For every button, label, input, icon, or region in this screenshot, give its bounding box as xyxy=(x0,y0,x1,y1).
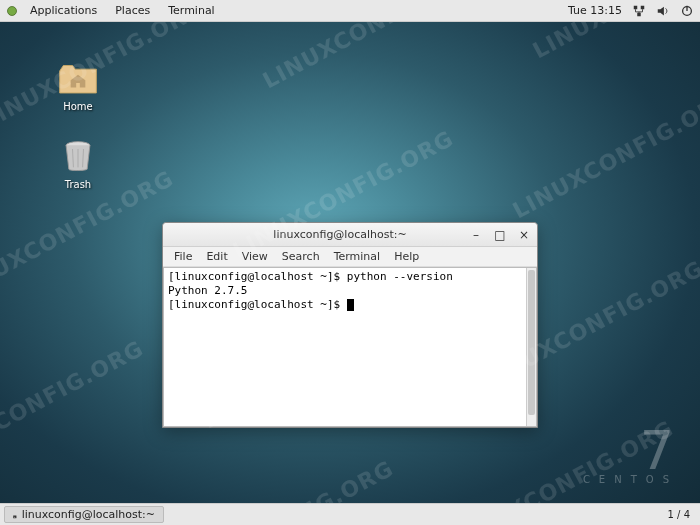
watermark-text: LINUXCONFIG.ORG xyxy=(0,336,148,474)
desktop-icon-label: Trash xyxy=(46,179,110,190)
svg-rect-2 xyxy=(641,5,645,9)
terminal-scrollbar[interactable] xyxy=(526,268,536,426)
desktop[interactable]: Home Trash 7 CENTOS linuxconfig@localhos… xyxy=(0,22,700,503)
menu-edit[interactable]: Edit xyxy=(199,248,234,265)
desktop-icon-trash[interactable]: Trash xyxy=(46,136,110,190)
terminal-icon: >_ xyxy=(13,509,17,521)
top-panel: Applications Places Terminal Tue 13:15 xyxy=(0,0,700,22)
distro-icon xyxy=(6,5,18,17)
svg-point-0 xyxy=(8,6,17,15)
taskbar-item-terminal[interactable]: >_ linuxconfig@localhost:~ xyxy=(4,506,164,523)
menu-search[interactable]: Search xyxy=(275,248,327,265)
terminal-menubar: File Edit View Search Terminal Help xyxy=(163,247,537,267)
clock[interactable]: Tue 13:15 xyxy=(568,4,622,17)
terminal-cursor xyxy=(347,299,354,311)
menu-help[interactable]: Help xyxy=(387,248,426,265)
watermark-text: LINUXCONFIG.ORG xyxy=(259,22,488,93)
menu-places[interactable]: Places xyxy=(107,1,158,20)
terminal-window[interactable]: linuxconfig@localhost:~ – □ × File Edit … xyxy=(162,222,538,428)
menu-view[interactable]: View xyxy=(235,248,275,265)
watermark-text: LINUXCONFIG.ORG xyxy=(529,22,700,63)
distro-branding: 7 CENTOS xyxy=(583,424,678,485)
close-button[interactable]: × xyxy=(517,228,531,242)
top-panel-left: Applications Places Terminal xyxy=(6,1,223,20)
svg-rect-1 xyxy=(634,5,638,9)
folder-home-icon xyxy=(56,58,100,98)
trash-icon xyxy=(56,136,100,176)
bottom-panel: >_ linuxconfig@localhost:~ 1 / 4 xyxy=(0,503,700,525)
window-titlebar[interactable]: linuxconfig@localhost:~ – □ × xyxy=(163,223,537,247)
menu-applications[interactable]: Applications xyxy=(22,1,105,20)
menu-file[interactable]: File xyxy=(167,248,199,265)
maximize-button[interactable]: □ xyxy=(493,228,507,242)
watermark-text: LINUXCONFIG.ORG xyxy=(509,86,700,224)
terminal-line: Python 2.7.5 xyxy=(168,284,247,297)
watermark-text: LINUXCONFIG.ORG xyxy=(169,456,398,503)
network-icon[interactable] xyxy=(632,4,646,18)
terminal-prompt: [linuxconfig@localhost ~]$ xyxy=(168,298,347,311)
scrollbar-thumb[interactable] xyxy=(528,270,535,415)
terminal-line: [linuxconfig@localhost ~]$ python --vers… xyxy=(168,270,453,283)
window-title: linuxconfig@localhost:~ xyxy=(211,228,469,241)
volume-icon[interactable] xyxy=(656,4,670,18)
workspace-indicator[interactable]: 1 / 4 xyxy=(662,509,696,520)
top-panel-right: Tue 13:15 xyxy=(568,4,694,18)
menu-terminal[interactable]: Terminal xyxy=(327,248,388,265)
power-icon[interactable] xyxy=(680,4,694,18)
menu-terminal[interactable]: Terminal xyxy=(160,1,223,20)
version-number: 7 xyxy=(583,424,678,478)
minimize-button[interactable]: – xyxy=(469,228,483,242)
desktop-icon-home[interactable]: Home xyxy=(46,58,110,112)
terminal-body[interactable]: [linuxconfig@localhost ~]$ python --vers… xyxy=(163,267,537,427)
distro-label: CENTOS xyxy=(583,474,678,485)
taskbar-item-label: linuxconfig@localhost:~ xyxy=(22,508,155,521)
desktop-icon-label: Home xyxy=(46,101,110,112)
